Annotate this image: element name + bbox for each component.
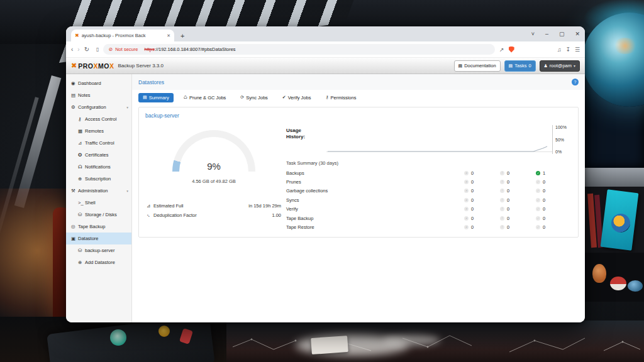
stat-estimated-full: ⊿ Estimated Full in 15d 19h 29m xyxy=(147,201,281,211)
plush-toy-orange xyxy=(592,264,606,283)
plush-pokeball xyxy=(610,277,626,290)
tab-prune-gc-jobs[interactable]: ♺Prune & GC Jobs xyxy=(179,93,231,102)
user-menu-button[interactable]: ♟ root@pam ▾ xyxy=(540,60,580,72)
sidebar-item-traffic-control[interactable]: ⊿Traffic Control xyxy=(66,137,131,149)
tab-close-icon[interactable]: ✕ xyxy=(167,33,170,38)
url-rest: ://192.168.0.184:8007/#pbsDataStores xyxy=(155,47,236,52)
sidebar-item-certificates[interactable]: ✪Certificates xyxy=(66,149,131,161)
tasks-button[interactable]: ▤ Tasks 0 xyxy=(504,60,536,72)
collapse-chevron-icon[interactable]: ▾ xyxy=(126,189,128,193)
datastore-summary-panel: backup-server 9% 4.56 GB of 49.82 GB ⊿ xyxy=(138,107,579,238)
browser-toolbar: ‹ › ↻ ▯ ⊘ Not secure https://192.168.0.1… xyxy=(66,41,585,58)
collapse-chevron-icon[interactable]: ▾ xyxy=(126,106,128,109)
list-icon: ▦ xyxy=(78,128,85,134)
maximize-icon[interactable]: ▢ xyxy=(559,31,565,37)
lock-icon: ⚷ xyxy=(325,95,328,100)
sidebar-item-datastore[interactable]: ▣Datastore xyxy=(66,233,131,244)
tab-sync-jobs[interactable]: ⟳Sync Jobs xyxy=(236,93,272,102)
task-row-syncs: Syncs ✕0 !0 ✓0 xyxy=(286,195,572,204)
reload-icon[interactable]: ↻ xyxy=(84,46,89,53)
panel-body: 9% 4.56 GB of 49.82 GB ⊿ Estimated Full … xyxy=(139,120,578,232)
sidebar-item-dashboard[interactable]: ◉Dashboard xyxy=(66,77,131,89)
sidebar-item-notifications[interactable]: ☊Notifications xyxy=(66,161,131,173)
app-body: ◉Dashboard ▤Notes ⚙Configuration▾ ⚷Acces… xyxy=(66,74,585,322)
minimize-icon[interactable]: – xyxy=(545,31,548,37)
warning-icon: ! xyxy=(500,225,504,229)
error-icon: ✕ xyxy=(464,225,469,229)
tasks-count-badge: 0 xyxy=(528,63,531,69)
plush-toy-blue xyxy=(628,280,643,292)
new-tab-button[interactable]: + xyxy=(180,32,184,40)
task-summary-title: Task Summary (30 days) xyxy=(286,160,572,166)
sidebar-item-storage-disks[interactable]: ⛁Storage / Disks xyxy=(66,209,131,221)
error-icon: ✕ xyxy=(464,207,469,211)
chart-icon: ⊿ xyxy=(78,140,85,146)
wrench-icon: ⚒ xyxy=(71,188,78,194)
bell-icon: ☊ xyxy=(78,164,85,170)
not-secure-label: Not secure xyxy=(115,47,138,52)
disk-icon: ⛁ xyxy=(78,212,85,217)
documentation-button[interactable]: ▤ Documentation xyxy=(454,60,501,72)
url-text: https://192.168.0.184:8007/#pbsDataStore… xyxy=(144,47,235,52)
ok-icon: ✓ xyxy=(536,207,540,211)
tab-title: ayush-backup - Proxmox Back xyxy=(82,33,164,38)
tab-permissions[interactable]: ⚷Permissions xyxy=(321,93,360,102)
panel-title: backup-server xyxy=(139,107,578,120)
task-summary-table: Backups ✕0 !0 ✓1 Prunes ✕0 !0 ✓0 xyxy=(286,168,572,232)
proxmox-logo-text: PROXMOX xyxy=(78,62,114,70)
url-scheme: https xyxy=(144,47,154,52)
tab-verify-jobs[interactable]: ✔Verify Jobs xyxy=(278,93,316,102)
tab-summary[interactable]: ▤Summary xyxy=(138,93,174,102)
main-area: Datastores ? ▤Summary ♺Prune & GC Jobs ⟳… xyxy=(132,74,585,322)
browser-window: ✖ ayush-backup - Proxmox Back ✕ + ˅ – ▢ … xyxy=(66,26,585,322)
brave-shield-icon[interactable] xyxy=(509,47,514,53)
usage-gauge: 9% xyxy=(172,130,255,172)
bed-white-fabric-2 xyxy=(384,334,440,346)
usage-history-label: Usage History: xyxy=(286,128,326,154)
proxmox-favicon: ✖ xyxy=(75,33,79,38)
key-icon: ⚷ xyxy=(78,116,85,122)
task-row-prunes: Prunes ✕0 !0 ✓0 xyxy=(286,177,572,186)
warning-icon: ! xyxy=(500,180,504,184)
browser-menu-icon[interactable]: ☰ xyxy=(575,47,580,53)
sidebar-item-subscription[interactable]: ⊕Subscription xyxy=(66,173,131,185)
gauge-percent: 9% xyxy=(172,161,255,172)
error-icon: ✕ xyxy=(464,189,469,193)
back-icon[interactable]: ‹ xyxy=(71,46,73,53)
sidebar-item-configuration[interactable]: ⚙Configuration▾ xyxy=(66,101,131,113)
sidebar-item-notes[interactable]: ▤Notes xyxy=(66,89,131,101)
pbs-header: ✖ PROXMOX Backup Server 3.3.0 ▤ Document… xyxy=(66,58,585,74)
usage-history-sparkline xyxy=(326,128,552,154)
sidebar-item-access-control[interactable]: ⚷Access Control xyxy=(66,113,131,125)
media-icon[interactable]: ♫ xyxy=(557,47,562,53)
address-bar[interactable]: ⊘ Not secure https://192.168.0.184:8007/… xyxy=(103,44,495,55)
chevron-down-icon: ▾ xyxy=(574,63,575,68)
close-icon[interactable]: ✕ xyxy=(575,31,580,37)
warning-icon: ! xyxy=(500,189,504,193)
sidebar-item-add-datastore[interactable]: ⊕Add Datastore xyxy=(66,256,131,268)
terminal-icon: >_ xyxy=(78,200,85,206)
sidebar-item-tape-backup[interactable]: ◎Tape Backup xyxy=(66,221,131,233)
share-icon[interactable]: ↗ xyxy=(499,47,504,53)
warning-icon: ! xyxy=(500,171,504,175)
browser-menu-chevron-icon[interactable]: ˅ xyxy=(531,31,535,37)
browser-tab[interactable]: ✖ ayush-backup - Proxmox Back ✕ xyxy=(71,30,174,41)
download-icon[interactable]: ↧ xyxy=(565,47,570,53)
header-actions: ▤ Documentation ▤ Tasks 0 ♟ root@pam ▾ xyxy=(454,60,580,72)
error-icon: ✕ xyxy=(464,198,469,202)
sidebar-item-remotes[interactable]: ▦Remotes xyxy=(66,125,131,137)
task-row-verify: Verify ✕0 !0 ✓0 xyxy=(286,205,572,214)
certificate-icon: ✪ xyxy=(78,152,85,158)
help-icon[interactable]: ? xyxy=(572,79,579,85)
sidebar-item-administration[interactable]: ⚒Administration▾ xyxy=(66,185,131,197)
ok-icon: ✓ xyxy=(536,189,540,193)
earth-hologram-highlight xyxy=(613,38,638,54)
forward-icon: › xyxy=(77,46,79,53)
bookmark-icon[interactable]: ▯ xyxy=(96,47,99,52)
not-secure-icon: ⊘ xyxy=(108,47,113,52)
sidebar-item-shell[interactable]: >_Shell xyxy=(66,197,131,209)
ok-icon: ✓ xyxy=(536,171,540,175)
sidebar-item-backup-server[interactable]: ⛁backup-server xyxy=(66,244,131,256)
page-bar: Datastores ? xyxy=(132,74,585,90)
ok-icon: ✓ xyxy=(536,198,540,202)
